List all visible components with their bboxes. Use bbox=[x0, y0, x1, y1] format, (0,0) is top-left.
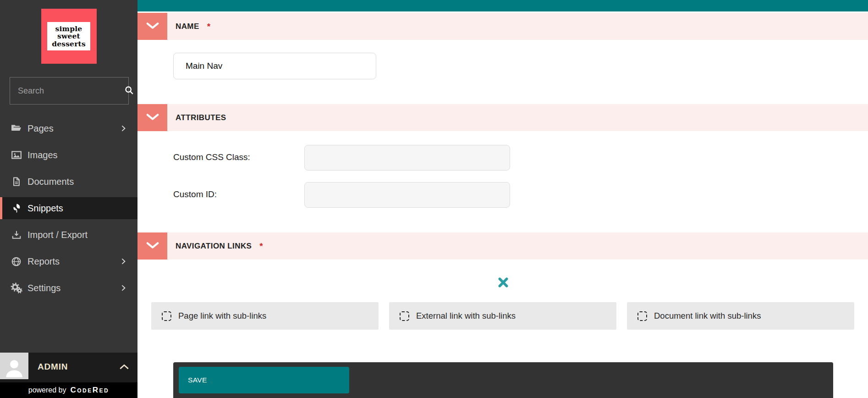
sidebar-search bbox=[10, 77, 129, 105]
download-icon bbox=[10, 230, 22, 240]
app-root: simple sweet desserts Pages bbox=[0, 0, 868, 398]
folder-icon bbox=[10, 123, 22, 133]
chevron-down-icon bbox=[146, 22, 159, 31]
form-actions-bar: SAVE bbox=[173, 362, 833, 398]
avatar bbox=[0, 353, 28, 379]
powered-by-text: powered by bbox=[28, 386, 66, 394]
block-placeholder-icon bbox=[162, 311, 171, 321]
sidebar-item-label: Import / Export bbox=[27, 230, 88, 240]
section-band: NAME * bbox=[167, 13, 868, 40]
add-button-label: Page link with sub-links bbox=[178, 311, 266, 321]
custom-id-label: Custom ID: bbox=[173, 189, 217, 199]
sidebar-item-pages[interactable]: Pages bbox=[0, 117, 137, 139]
chevron-down-icon bbox=[146, 242, 159, 250]
logo-line: desserts bbox=[52, 40, 86, 48]
gears-icon bbox=[10, 282, 22, 293]
chevron-down-icon bbox=[146, 113, 159, 122]
section-title: NAVIGATION LINKS bbox=[176, 242, 252, 251]
sidebar-item-import-export[interactable]: Import / Export bbox=[0, 224, 137, 246]
custom-css-class-field[interactable] bbox=[304, 145, 510, 171]
sidebar-item-settings[interactable]: Settings bbox=[0, 277, 137, 299]
add-link-buttons-row: Page link with sub-links External link w… bbox=[151, 302, 854, 330]
sidebar-item-label: Settings bbox=[27, 283, 60, 293]
section-title: ATTRIBUTES bbox=[176, 113, 226, 122]
codered-logo: CodeRed bbox=[70, 386, 109, 395]
add-button-label: Document link with sub-links bbox=[654, 311, 761, 321]
globe-icon bbox=[10, 256, 22, 267]
chevron-right-icon bbox=[119, 283, 127, 294]
sidebar-item-label: Documents bbox=[27, 177, 74, 187]
user-account-row[interactable]: ADMIN bbox=[0, 353, 137, 382]
section-band: NAVIGATION LINKS * bbox=[167, 232, 868, 260]
add-button-label: External link with sub-links bbox=[416, 311, 516, 321]
sidebar-item-reports[interactable]: Reports bbox=[0, 250, 137, 272]
search-button[interactable] bbox=[124, 77, 134, 104]
sidebar-item-images[interactable]: Images bbox=[0, 144, 137, 166]
sidebar-item-label: Pages bbox=[27, 123, 54, 134]
custom-id-field[interactable] bbox=[304, 182, 510, 208]
sidebar-item-documents[interactable]: Documents bbox=[0, 171, 137, 193]
collapse-button[interactable] bbox=[137, 13, 167, 40]
search-input[interactable] bbox=[10, 86, 124, 96]
user-name: ADMIN bbox=[38, 362, 68, 372]
main-content: NAME * ATTRIBUTES Custom CSS Class: Cust… bbox=[137, 0, 868, 398]
section-header-attributes: ATTRIBUTES bbox=[137, 104, 868, 131]
collapse-button[interactable] bbox=[137, 232, 167, 260]
collapse-button[interactable] bbox=[137, 104, 167, 131]
image-icon bbox=[10, 149, 22, 160]
add-external-link-button[interactable]: External link with sub-links bbox=[389, 302, 616, 330]
chevron-right-icon bbox=[119, 257, 127, 268]
document-icon bbox=[10, 176, 22, 187]
section-header-navigation-links: NAVIGATION LINKS * bbox=[137, 232, 868, 260]
section-band: ATTRIBUTES bbox=[167, 104, 868, 131]
sidebar-nav: Pages Images Documents bbox=[0, 117, 137, 299]
sidebar-item-snippets[interactable]: Snippets bbox=[0, 197, 137, 219]
snippet-icon bbox=[10, 203, 22, 214]
search-icon bbox=[124, 85, 134, 97]
custom-css-class-label: Custom CSS Class: bbox=[173, 152, 250, 162]
sidebar-item-label: Snippets bbox=[27, 203, 63, 214]
section-title: NAME bbox=[176, 22, 199, 31]
site-logo-text: simple sweet desserts bbox=[47, 22, 90, 50]
save-button[interactable]: SAVE bbox=[179, 367, 349, 393]
section-header-name: NAME * bbox=[137, 13, 868, 40]
sidebar-item-label: Reports bbox=[27, 256, 60, 267]
chevron-up-icon[interactable] bbox=[119, 364, 129, 372]
remove-block-button[interactable] bbox=[497, 277, 509, 289]
block-placeholder-icon bbox=[637, 311, 647, 321]
add-page-link-button[interactable]: Page link with sub-links bbox=[151, 302, 379, 330]
site-logo[interactable]: simple sweet desserts bbox=[41, 9, 97, 64]
required-asterisk: * bbox=[207, 22, 210, 32]
block-placeholder-icon bbox=[400, 311, 409, 321]
chevron-right-icon bbox=[119, 124, 127, 135]
close-icon bbox=[498, 282, 509, 289]
sidebar: simple sweet desserts Pages bbox=[0, 0, 137, 398]
required-asterisk: * bbox=[259, 241, 263, 251]
sidebar-item-label: Images bbox=[27, 150, 58, 160]
name-field[interactable] bbox=[173, 53, 376, 79]
powered-by-bar: powered by CodeRed bbox=[0, 382, 137, 398]
top-teal-bar bbox=[137, 0, 868, 11]
add-document-link-button[interactable]: Document link with sub-links bbox=[627, 302, 854, 330]
